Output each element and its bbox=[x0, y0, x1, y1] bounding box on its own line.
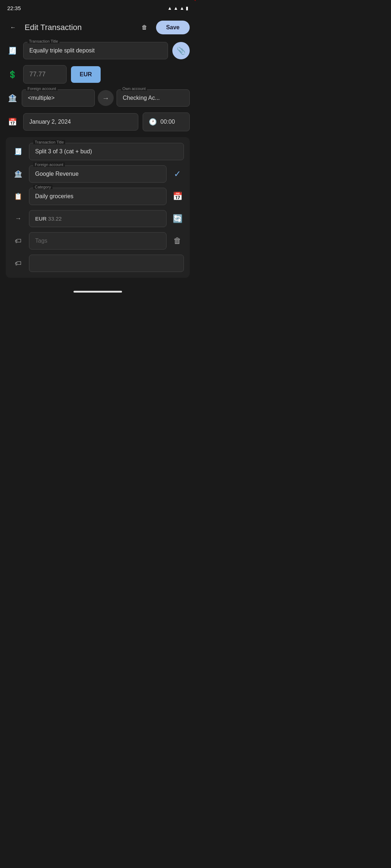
split-tags-row: 🏷 🗑 bbox=[12, 232, 184, 250]
status-icons: ▲ ▲ ▲ ▮ bbox=[167, 5, 188, 11]
battery-icon: ▮ bbox=[186, 5, 188, 11]
delete-split-button[interactable]: 🗑 bbox=[171, 236, 184, 246]
receipt-icon: 🧾 bbox=[6, 44, 19, 57]
split-extra-row: 🏷 bbox=[12, 255, 184, 272]
split-amount-value[interactable]: EUR 33.22 bbox=[29, 210, 167, 227]
back-icon: ← bbox=[10, 24, 16, 31]
split-title-row: 🧾 Transaction Title bbox=[12, 143, 184, 160]
calendar-icon: 📅 bbox=[6, 115, 19, 128]
split-foreign-account-input[interactable] bbox=[29, 165, 167, 183]
split-tags-input[interactable] bbox=[29, 232, 167, 250]
dollar-icon: 💲 bbox=[6, 68, 19, 81]
transaction-title-field: Transaction Title bbox=[23, 42, 168, 59]
split-foreign-account-label: Foreign account bbox=[33, 162, 65, 167]
split-tags-field bbox=[29, 232, 167, 250]
split-title-label: Transaction Title bbox=[33, 140, 65, 144]
split-category-field: Category bbox=[29, 188, 167, 205]
split-arrow-icon: → bbox=[12, 212, 25, 225]
status-time: 22:35 bbox=[7, 5, 21, 11]
foreign-account-field: Foreign account bbox=[22, 89, 95, 107]
bottom-nav-indicator bbox=[73, 291, 122, 293]
wifi-icon: ▲ bbox=[167, 5, 172, 11]
status-bar: 22:35 ▲ ▲ ▲ ▮ bbox=[0, 0, 196, 16]
split-section: 🧾 Transaction Title 🏦 Foreign account ✓ … bbox=[6, 137, 190, 278]
main-content: 🧾 Transaction Title 📎 💲 EUR 🏦 Foreign ac… bbox=[0, 39, 196, 284]
save-button[interactable]: Save bbox=[156, 21, 190, 34]
recalculate-button[interactable]: 🔄 bbox=[171, 214, 184, 224]
split-amount-row: → EUR 33.22 🔄 bbox=[12, 210, 184, 227]
foreign-account-label: Foreign account bbox=[26, 86, 58, 91]
split-category-icon: 📋 bbox=[12, 190, 25, 203]
foreign-account-input[interactable] bbox=[22, 89, 95, 107]
clock-icon: 🕐 bbox=[149, 118, 157, 126]
own-account-field: Own account bbox=[117, 89, 190, 107]
delete-icon: 🗑 bbox=[142, 24, 147, 31]
currency-button[interactable]: EUR bbox=[71, 66, 101, 83]
transaction-title-input[interactable] bbox=[23, 42, 168, 59]
date-value: January 2, 2024 bbox=[29, 119, 71, 125]
split-account-row: 🏦 Foreign account ✓ bbox=[12, 165, 184, 183]
own-account-label: Own account bbox=[121, 86, 147, 91]
split-extra-input[interactable] bbox=[29, 255, 184, 272]
back-button[interactable]: ← bbox=[6, 20, 20, 35]
arrow-right-icon: → bbox=[102, 94, 109, 102]
confirm-account-icon: ✓ bbox=[171, 169, 184, 179]
split-amount-display: EUR 33.22 bbox=[29, 210, 167, 227]
amount-row: 💲 EUR bbox=[6, 65, 190, 84]
transfer-direction-button[interactable]: → bbox=[98, 90, 114, 106]
datetime-row: 📅 January 2, 2024 🕐 00:00 bbox=[6, 112, 190, 131]
attachment-button[interactable]: 📎 bbox=[172, 42, 190, 59]
split-title-input[interactable] bbox=[29, 143, 184, 160]
split-title-field: Transaction Title bbox=[29, 143, 184, 160]
split-receipt-icon: 🧾 bbox=[12, 145, 25, 158]
split-bank-icon: 🏦 bbox=[12, 167, 25, 180]
amount-input[interactable] bbox=[23, 65, 67, 84]
amount-wrapper: EUR bbox=[23, 65, 190, 84]
split-note-icon: 🏷 bbox=[12, 257, 25, 270]
bank-icon: 🏦 bbox=[6, 92, 19, 105]
open-calendar-button[interactable]: 📅 bbox=[171, 192, 184, 201]
split-tag-icon: 🏷 bbox=[12, 234, 25, 247]
own-account-input[interactable] bbox=[117, 89, 190, 107]
date-picker[interactable]: January 2, 2024 bbox=[23, 113, 138, 131]
time-picker[interactable]: 🕐 00:00 bbox=[143, 112, 190, 131]
time-value: 00:00 bbox=[160, 119, 175, 125]
transaction-title-row: 🧾 Transaction Title 📎 bbox=[6, 42, 190, 59]
attachment-icon: 📎 bbox=[177, 46, 186, 55]
split-category-label: Category bbox=[33, 185, 52, 189]
split-category-input[interactable] bbox=[29, 188, 167, 205]
account-row: 🏦 Foreign account → Own account bbox=[6, 89, 190, 107]
delete-transaction-button[interactable]: 🗑 bbox=[137, 20, 152, 35]
split-extra-field bbox=[29, 255, 184, 272]
page-title: Edit Transaction bbox=[25, 23, 133, 32]
split-category-row: 📋 Category 📅 bbox=[12, 188, 184, 205]
signal-icon-2: ▲ bbox=[180, 5, 184, 11]
split-foreign-account-field: Foreign account bbox=[29, 165, 167, 183]
app-bar: ← Edit Transaction 🗑 Save bbox=[0, 16, 196, 39]
signal-icon: ▲ bbox=[173, 5, 178, 11]
transaction-title-label: Transaction Title bbox=[28, 39, 59, 43]
